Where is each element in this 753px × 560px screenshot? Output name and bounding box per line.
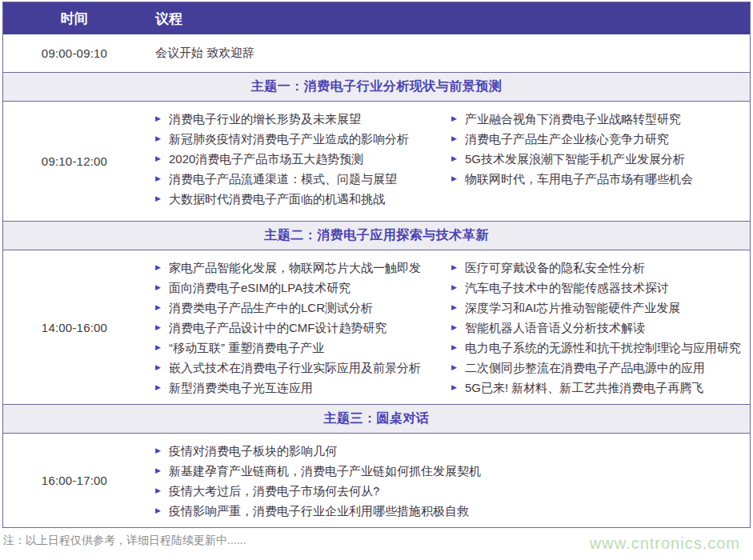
session-2-right-list: ▶医疗可穿戴设备的隐私安全性分析 ▶汽车电子技术中的智能传感器技术探讨 ▶深度学…	[451, 258, 743, 398]
session-1-left-list: ▶消费电子行业的增长形势及未来展望 ▶新冠肺炎疫情对消费电子产业造成的影响分析 …	[155, 109, 451, 209]
agenda-item-text: 消费电子产品设计中的CMF设计趋势研究	[169, 318, 387, 338]
agenda-item: ▶“移动互联” 重塑消费电子产业	[155, 338, 451, 358]
triangle-bullet-icon: ▶	[155, 441, 169, 461]
agenda-item: ▶新冠肺炎疫情对消费电子产业造成的影响分析	[155, 129, 451, 149]
agenda-item: ▶汽车电子技术中的智能传感器技术探讨	[451, 278, 743, 298]
triangle-bullet-icon: ▶	[451, 109, 465, 129]
triangle-bullet-icon: ▶	[451, 358, 465, 378]
agenda-item-text: 嵌入式技术在消费电子行业实际应用及前景分析	[169, 358, 421, 378]
agenda-item: ▶智能机器人语音语义分析技术解读	[451, 318, 743, 338]
agenda-item: ▶消费电子行业的增长形势及未来展望	[155, 109, 451, 129]
agenda-item-text: 新型消费类电子光互连应用	[169, 378, 313, 398]
agenda-item: ▶新基建孕育产业链商机，消费电子产业链如何抓住发展契机	[155, 461, 743, 481]
triangle-bullet-icon: ▶	[155, 109, 169, 129]
agenda-item: ▶深度学习和AI芯片推动智能硬件产业发展	[451, 298, 743, 318]
triangle-bullet-icon: ▶	[155, 149, 169, 169]
triangle-bullet-icon: ▶	[451, 338, 465, 358]
agenda-item: ▶消费电子产品流通渠道：模式、问题与展望	[155, 169, 451, 189]
agenda-item-text: 疫情大考过后，消费电子市场何去何从?	[169, 481, 379, 501]
agenda-item-text: 消费电子行业的增长形势及未来展望	[169, 109, 361, 129]
triangle-bullet-icon: ▶	[451, 258, 465, 278]
agenda-item-text: 大数据时代消费电子产面临的机遇和挑战	[169, 189, 385, 209]
triangle-bullet-icon: ▶	[155, 318, 169, 338]
session-1-row: 09:10-12:00 ▶消费电子行业的增长形势及未来展望 ▶新冠肺炎疫情对消费…	[3, 101, 750, 221]
agenda-item: ▶疫情对消费电子板块的影响几何	[155, 441, 743, 461]
triangle-bullet-icon: ▶	[155, 258, 169, 278]
agenda-item-text: 疫情对消费电子板块的影响几何	[169, 441, 337, 461]
agenda-item-text: 疫情影响严重，消费电子行业企业利用哪些措施积极自救	[169, 501, 469, 521]
agenda-item-text: 消费类电子产品生产中的LCR测试分析	[169, 298, 373, 318]
agenda-item-text: 深度学习和AI芯片推动智能硬件产业发展	[465, 298, 680, 318]
triangle-bullet-icon: ▶	[155, 129, 169, 149]
section-3-title: 主题三：圆桌对话	[3, 404, 750, 433]
agenda-item: ▶疫情大考过后，消费电子市场何去何从?	[155, 481, 743, 501]
agenda-item: ▶消费电子产品生产企业核心竞争力研究	[451, 129, 743, 149]
section-2-title: 主题二：消费电子应用探索与技术革新	[3, 221, 750, 250]
time-column-header: 时间	[3, 2, 146, 34]
agenda-item: ▶医疗可穿戴设备的隐私安全性分析	[451, 258, 743, 278]
triangle-bullet-icon: ▶	[155, 189, 169, 209]
agenda-item-text: 智能机器人语音语义分析技术解读	[465, 318, 645, 338]
agenda-item-text: 产业融合视角下消费电子业战略转型研究	[465, 109, 681, 129]
agenda-item: ▶产业融合视角下消费电子业战略转型研究	[451, 109, 743, 129]
agenda-table: 时间 议程 09:00-09:10 会议开始 致欢迎辞 主题一：消费电子行业分析…	[2, 2, 751, 528]
agenda-item-text: 2020消费电子产品市场五大趋势预测	[169, 149, 363, 169]
agenda-item-text: 物联网时代，车用电子产品市场有哪些机会	[465, 169, 693, 189]
agenda-item: ▶新型消费类电子光互连应用	[155, 378, 451, 398]
agenda-item: ▶消费电子产品设计中的CMF设计趋势研究	[155, 318, 451, 338]
session-3-row: 16:00-17:00 ▶疫情对消费电子板块的影响几何 ▶新基建孕育产业链商机，…	[3, 433, 750, 527]
triangle-bullet-icon: ▶	[451, 318, 465, 338]
opening-time: 09:00-09:10	[3, 34, 146, 72]
agenda-item-text: 面向消费电子eSIM的LPA技术研究	[169, 278, 350, 298]
session-1-time: 09:10-12:00	[3, 102, 146, 221]
agenda-column-header: 议程	[146, 2, 750, 34]
triangle-bullet-icon: ▶	[451, 378, 465, 398]
triangle-bullet-icon: ▶	[451, 129, 465, 149]
agenda-item: ▶消费类电子产品生产中的LCR测试分析	[155, 298, 451, 318]
agenda-item: ▶家电产品智能化发展，物联网芯片大战一触即发	[155, 258, 451, 278]
triangle-bullet-icon: ▶	[451, 298, 465, 318]
triangle-bullet-icon: ▶	[155, 461, 169, 481]
triangle-bullet-icon: ▶	[155, 501, 169, 521]
agenda-item: ▶2020消费电子产品市场五大趋势预测	[155, 149, 451, 169]
agenda-item: ▶电力电子系统的无源性和抗干扰控制理论与应用研究	[451, 338, 743, 358]
agenda-item-text: 消费电子产品流通渠道：模式、问题与展望	[169, 169, 397, 189]
triangle-bullet-icon: ▶	[155, 481, 169, 501]
agenda-item: ▶5G已来! 新材料、新工艺共推消费电子再腾飞	[451, 378, 743, 398]
site-watermark: www.cntronics.com	[590, 534, 740, 553]
agenda-item-text: 5G已来! 新材料、新工艺共推消费电子再腾飞	[465, 378, 703, 398]
session-3-list: ▶疫情对消费电子板块的影响几何 ▶新基建孕育产业链商机，消费电子产业链如何抓住发…	[155, 441, 743, 521]
disclaimer-note: 注：以上日程仅供参考，详细日程陆续更新中......	[3, 534, 246, 548]
agenda-item-text: 消费电子产品生产企业核心竞争力研究	[465, 129, 669, 149]
agenda-item-text: 新冠肺炎疫情对消费电子产业造成的影响分析	[169, 129, 409, 149]
session-1-right-list: ▶产业融合视角下消费电子业战略转型研究 ▶消费电子产品生产企业核心竞争力研究 ▶…	[451, 109, 743, 209]
triangle-bullet-icon: ▶	[155, 338, 169, 358]
session-3-time: 16:00-17:00	[3, 434, 146, 527]
agenda-item-text: 5G技术发展浪潮下智能手机产业发展分析	[465, 149, 685, 169]
agenda-item-text: 电力电子系统的无源性和抗干扰控制理论与应用研究	[465, 338, 741, 358]
agenda-item-text: “移动互联” 重塑消费电子产业	[169, 338, 324, 358]
triangle-bullet-icon: ▶	[155, 278, 169, 298]
agenda-item-text: 医疗可穿戴设备的隐私安全性分析	[465, 258, 645, 278]
agenda-item: ▶物联网时代，车用电子产品市场有哪些机会	[451, 169, 743, 189]
agenda-item: ▶二次侧同步整流在消费电子产品电源中的应用	[451, 358, 743, 378]
agenda-item-text: 二次侧同步整流在消费电子产品电源中的应用	[465, 358, 705, 378]
section-1-title: 主题一：消费电子行业分析现状与前景预测	[3, 72, 750, 101]
session-2-row: 14:00-16:00 ▶家电产品智能化发展，物联网芯片大战一触即发 ▶面向消费…	[3, 250, 750, 404]
session-2-time: 14:00-16:00	[3, 250, 146, 404]
agenda-item: ▶面向消费电子eSIM的LPA技术研究	[155, 278, 451, 298]
triangle-bullet-icon: ▶	[155, 378, 169, 398]
agenda-item-text: 汽车电子技术中的智能传感器技术探讨	[465, 278, 669, 298]
triangle-bullet-icon: ▶	[155, 169, 169, 189]
agenda-item-text: 新基建孕育产业链商机，消费电子产业链如何抓住发展契机	[169, 461, 481, 481]
triangle-bullet-icon: ▶	[451, 278, 465, 298]
agenda-item: ▶大数据时代消费电子产面临的机遇和挑战	[155, 189, 451, 209]
triangle-bullet-icon: ▶	[451, 149, 465, 169]
agenda-item-text: 家电产品智能化发展，物联网芯片大战一触即发	[169, 258, 421, 278]
triangle-bullet-icon: ▶	[155, 358, 169, 378]
triangle-bullet-icon: ▶	[451, 169, 465, 189]
opening-agenda-text: 会议开始 致欢迎辞	[146, 34, 750, 72]
triangle-bullet-icon: ▶	[155, 298, 169, 318]
agenda-item: ▶5G技术发展浪潮下智能手机产业发展分析	[451, 149, 743, 169]
agenda-item: ▶嵌入式技术在消费电子行业实际应用及前景分析	[155, 358, 451, 378]
